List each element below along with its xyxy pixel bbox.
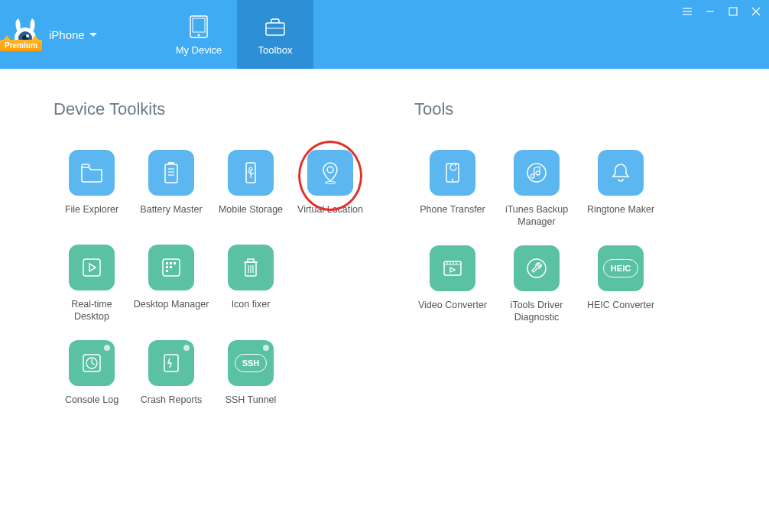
tool-virtual-location[interactable]: Virtual Location — [292, 150, 368, 228]
window-controls — [680, 5, 763, 18]
svg-line-24 — [248, 171, 251, 174]
svg-point-49 — [527, 164, 546, 182]
tool-ringtone-maker[interactable]: Ringtone Maker — [582, 150, 659, 229]
svg-point-6 — [198, 34, 200, 36]
film-icon — [440, 255, 466, 281]
tool-label: HEIC Converter — [587, 299, 654, 323]
tool-label: SSH Tunnel — [226, 394, 277, 418]
tool-label: Desktop Manager — [134, 298, 209, 323]
minimize-button[interactable] — [703, 5, 717, 18]
tool-label: Mobile Storage — [219, 203, 283, 228]
tool-heic-converter[interactable]: HEIC HEIC Converter — [582, 245, 659, 324]
menu-icon — [682, 6, 693, 17]
heic-icon: HEIC — [603, 259, 638, 277]
chevron-down-icon — [89, 33, 97, 37]
tool-label: Ringtone Maker — [587, 203, 654, 228]
section-device-toolkits: Device Toolkits File Explorer Battery Ma… — [54, 99, 368, 418]
tool-itunes-backup-manager[interactable]: iTunes Backup Manager — [498, 150, 575, 229]
logo-area: Premium iPhone — [0, 0, 161, 69]
tool-label: Real-time Desktop — [54, 298, 130, 323]
svg-point-22 — [249, 167, 252, 170]
tool-label: File Explorer — [65, 203, 118, 228]
tool-desktop-manager[interactable]: Desktop Manager — [133, 245, 209, 323]
maximize-button[interactable] — [726, 5, 740, 18]
content: Device Toolkits File Explorer Battery Ma… — [0, 69, 769, 433]
tablet-icon — [186, 14, 212, 40]
device-selector[interactable]: iPhone — [49, 28, 97, 41]
svg-point-26 — [327, 167, 333, 173]
svg-point-48 — [452, 179, 453, 180]
svg-rect-31 — [170, 262, 172, 264]
device-toolkits-grid: File Explorer Battery Master Mobile Stor… — [54, 150, 368, 418]
svg-point-3 — [26, 34, 29, 37]
tool-label: Battery Master — [140, 203, 202, 228]
tool-video-converter[interactable]: Video Converter — [414, 245, 491, 324]
svg-rect-5 — [193, 18, 205, 32]
phone-transfer-icon — [440, 160, 466, 186]
ssh-icon: SSH — [235, 354, 267, 372]
location-pin-icon — [317, 160, 343, 186]
tool-crash-reports[interactable]: Crash Reports — [133, 340, 209, 418]
tools-grid: Phone Transfer iTunes Backup Manager Rin… — [414, 150, 723, 323]
dot-indicator — [183, 345, 190, 351]
svg-rect-13 — [729, 8, 737, 15]
svg-rect-16 — [165, 164, 177, 183]
section-tools: Tools Phone Transfer iTunes Backup Manag… — [414, 99, 723, 418]
tool-label: iTunes Backup Manager — [498, 203, 575, 229]
svg-line-25 — [251, 173, 254, 175]
tab-label: My Device — [176, 44, 222, 56]
tool-phone-transfer[interactable]: Phone Transfer — [414, 150, 491, 229]
svg-rect-7 — [266, 23, 284, 35]
svg-rect-35 — [166, 270, 168, 272]
music-note-icon — [524, 160, 550, 186]
trash-icon — [238, 255, 264, 281]
tab-label: Toolbox — [258, 44, 293, 56]
tool-label: Icon fixer — [232, 298, 271, 323]
tool-label: Virtual Location — [297, 203, 363, 228]
bell-icon — [608, 160, 634, 186]
tool-file-explorer[interactable]: File Explorer — [54, 150, 130, 228]
tool-itools-driver-diagnostic[interactable]: iTools Driver Diagnostic — [498, 245, 575, 324]
svg-line-45 — [92, 363, 95, 365]
section-title: Tools — [414, 99, 723, 119]
tab-my-device[interactable]: My Device — [161, 0, 237, 69]
usb-icon — [238, 160, 264, 186]
titlebar: Premium iPhone My Device Toolbox — [0, 0, 769, 69]
nav-tabs: My Device Toolbox — [161, 0, 313, 69]
svg-rect-34 — [170, 266, 172, 268]
svg-point-27 — [325, 182, 336, 184]
premium-badge: Premium — [0, 40, 42, 51]
device-selector-label: iPhone — [49, 28, 85, 41]
section-title: Device Toolkits — [54, 99, 368, 119]
tool-label: Phone Transfer — [420, 203, 485, 228]
tab-toolbox[interactable]: Toolbox — [237, 0, 313, 69]
crash-report-icon — [158, 350, 184, 376]
svg-rect-38 — [248, 259, 254, 262]
dot-indicator — [104, 345, 110, 351]
clock-icon — [79, 350, 105, 376]
svg-rect-17 — [168, 162, 174, 164]
folder-icon — [79, 160, 105, 186]
tool-console-log[interactable]: Console Log — [54, 340, 130, 418]
app-grid-icon — [158, 255, 184, 281]
play-square-icon — [79, 255, 105, 281]
tool-ssh-tunnel[interactable]: SSH SSH Tunnel — [213, 340, 289, 418]
tool-icon-fixer[interactable]: Icon fixer — [213, 245, 289, 323]
svg-rect-32 — [174, 262, 176, 264]
svg-rect-33 — [166, 266, 168, 268]
minimize-icon — [705, 6, 715, 17]
toolbox-icon — [262, 14, 288, 40]
tool-label: Console Log — [65, 394, 118, 418]
svg-rect-28 — [83, 259, 100, 276]
close-button[interactable] — [749, 5, 763, 18]
tool-realtime-desktop[interactable]: Real-time Desktop — [54, 245, 130, 323]
tool-battery-master[interactable]: Battery Master — [133, 150, 209, 228]
tool-label: Video Converter — [418, 299, 487, 323]
tool-label: iTools Driver Diagnostic — [498, 299, 575, 324]
svg-rect-30 — [166, 262, 168, 264]
maximize-icon — [728, 6, 738, 17]
menu-button[interactable] — [680, 5, 694, 18]
svg-point-56 — [527, 259, 546, 277]
tool-mobile-storage[interactable]: Mobile Storage — [213, 150, 289, 228]
close-icon — [751, 6, 761, 17]
